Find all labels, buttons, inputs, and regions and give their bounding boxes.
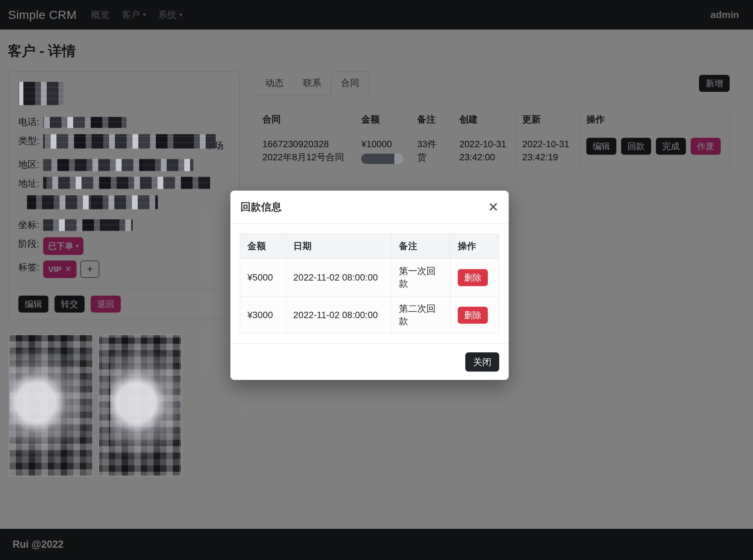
phone-redaction <box>43 117 127 128</box>
delete-payment-button[interactable]: 删除 <box>458 307 488 324</box>
close-icon[interactable]: ✕ <box>488 201 498 214</box>
payment-actions: 删除 <box>450 259 499 296</box>
address-redaction <box>27 195 158 209</box>
payment-info-modal: 回款信息 ✕ 金额 日期 备注 操作 ¥5000 2022-11-02 08:0… <box>230 191 509 380</box>
column-header: 日期 <box>286 234 391 259</box>
payment-date: 2022-11-02 08:00:00 <box>286 296 391 334</box>
customer-name-redaction <box>18 82 63 105</box>
photo-thumbnail[interactable] <box>9 335 93 476</box>
type-redaction <box>43 134 216 148</box>
payment-progress-redaction <box>361 154 404 164</box>
payments-header-row: 金额 日期 备注 操作 <box>240 234 499 259</box>
column-header: 备注 <box>391 234 450 259</box>
modal-body: 金额 日期 备注 操作 ¥5000 2022-11-02 08:00:00 第一… <box>230 224 509 343</box>
payment-note: 第一次回款 <box>391 259 450 296</box>
payment-note: 第二次回款 <box>391 296 450 334</box>
payment-date: 2022-11-02 08:00:00 <box>286 259 391 296</box>
photo-thumbnail[interactable] <box>99 335 181 476</box>
modal-title: 回款信息 <box>240 200 282 214</box>
payment-amount: ¥5000 <box>240 259 286 296</box>
column-header: 操作 <box>450 234 499 259</box>
payment-row: ¥5000 2022-11-02 08:00:00 第一次回款 删除 <box>240 259 499 296</box>
modal-header: 回款信息 ✕ <box>230 191 509 224</box>
payment-row: ¥3000 2022-11-02 08:00:00 第二次回款 删除 <box>240 296 499 334</box>
region-redaction <box>43 159 194 171</box>
payments-table: 金额 日期 备注 操作 ¥5000 2022-11-02 08:00:00 第一… <box>240 234 499 334</box>
modal-footer: 关闭 <box>230 343 509 380</box>
address-redaction <box>43 177 210 189</box>
column-header: 金额 <box>240 234 286 259</box>
close-modal-button[interactable]: 关闭 <box>465 352 499 372</box>
payment-actions: 删除 <box>450 296 499 334</box>
delete-payment-button[interactable]: 删除 <box>458 269 488 286</box>
coordinates-redaction <box>43 219 133 231</box>
payment-amount: ¥3000 <box>240 296 286 334</box>
